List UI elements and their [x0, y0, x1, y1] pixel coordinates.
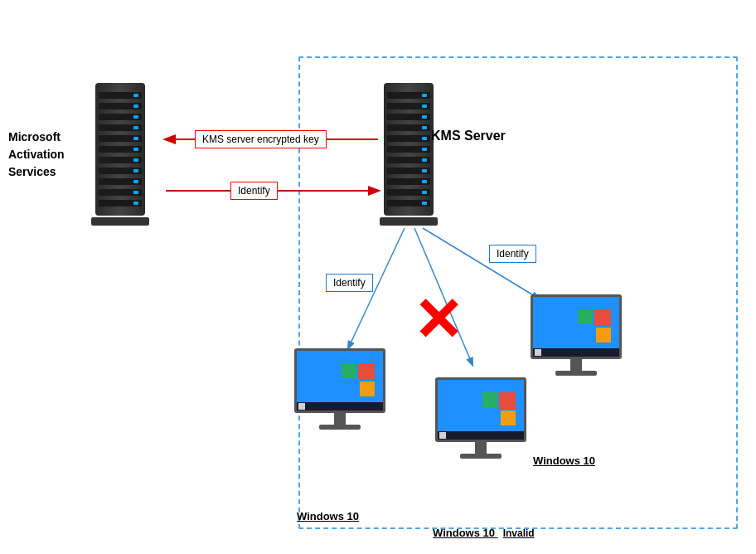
server-base-right [380, 217, 438, 226]
server-slot [99, 189, 142, 196]
server-slot [99, 146, 142, 153]
server-slot [99, 200, 142, 207]
identify-bottom-left-label: Identify [326, 274, 373, 292]
windows10-label-1: Windows 10 [297, 510, 359, 522]
ms-line2: Activation [8, 148, 65, 161]
microsoft-server [91, 83, 149, 226]
ms-line3: Services [8, 165, 56, 178]
microsoft-label: Microsoft Activation Services [8, 129, 65, 181]
identify-top-label: Identify [230, 182, 278, 200]
server-slot [99, 135, 142, 142]
server-slot [387, 124, 430, 131]
ms-line1: Microsoft [8, 130, 61, 143]
server-slot [99, 178, 142, 185]
server-slot [387, 189, 430, 196]
monitor-top-right [531, 294, 622, 376]
monitor-screen [531, 294, 622, 359]
server-slot [387, 92, 430, 99]
red-x-mark: ✕ [413, 290, 463, 350]
server-slot [99, 157, 142, 163]
server-slot [387, 103, 430, 109]
monitor-screen-inner [438, 380, 524, 440]
windows10-label-3: Windows 10 [533, 454, 595, 467]
windows10-label-2: Windows 10 Invalid [433, 527, 535, 539]
monitor-screen [294, 348, 385, 413]
monitor-screen [435, 377, 526, 442]
server-slot [387, 157, 430, 163]
server-body-left [95, 83, 145, 216]
monitor-bottom-left [294, 348, 385, 430]
server-slot [387, 146, 430, 153]
server-slot [99, 103, 142, 109]
server-slot [387, 135, 430, 142]
server-slot [99, 168, 142, 174]
server-slot [387, 200, 430, 207]
server-slot [99, 92, 142, 99]
invalid-label: Invalid [503, 527, 535, 539]
server-slot [387, 178, 430, 185]
monitor-screen-inner [533, 297, 619, 357]
monitor-screen-inner [297, 351, 383, 411]
identify-bottom-right-label: Identify [489, 245, 536, 263]
kms-encrypted-key-label: KMS server encrypted key [195, 130, 327, 148]
monitor-bottom-center [435, 377, 526, 459]
server-slot [387, 114, 430, 120]
server-base-left [91, 217, 149, 226]
server-slot [387, 168, 430, 174]
server-slot [99, 124, 142, 131]
kms-server-label: KMS Server [431, 129, 506, 143]
server-slot [99, 114, 142, 120]
kms-server [380, 83, 438, 226]
server-body-right [384, 83, 434, 216]
diagram-container: Microsoft Activation Services KMS Server [0, 0, 756, 554]
